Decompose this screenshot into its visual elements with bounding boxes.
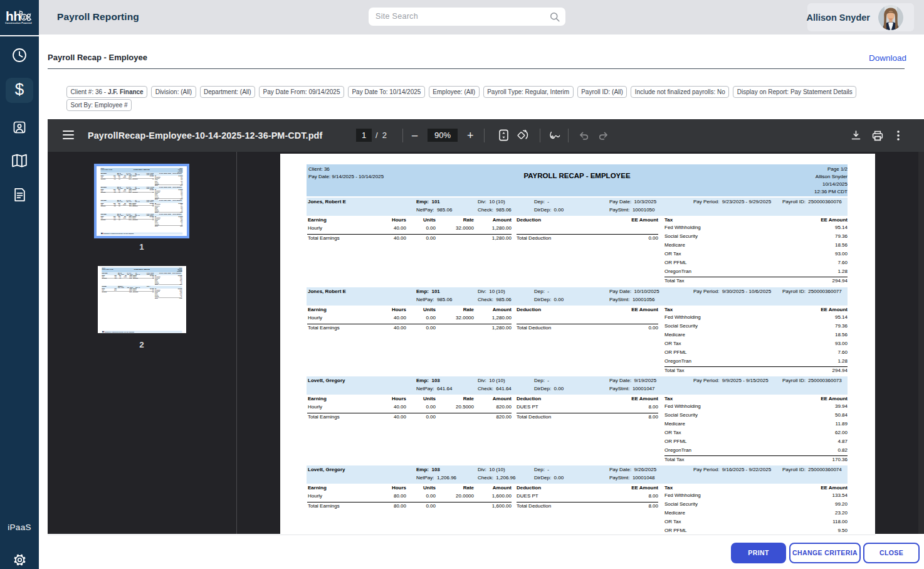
svg-text:Construction Powered: Construction Powered [5, 22, 31, 24]
svg-text:2: 2 [23, 14, 26, 20]
